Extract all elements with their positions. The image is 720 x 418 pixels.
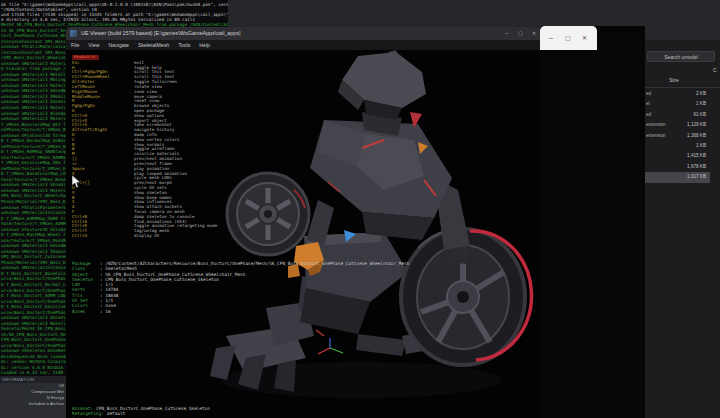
minimize-button[interactable]: –	[505, 30, 508, 37]
object-info-rows: Package : /NZN/Content/AZCharacters/Reso…	[72, 261, 409, 314]
archive-info-line: Included in Archive	[0, 401, 64, 407]
file-size: 2 KB	[696, 89, 706, 99]
object-info-value: : 16	[100, 309, 111, 314]
search-umodel-label: Search umodel	[664, 54, 698, 60]
header-divider	[645, 87, 720, 88]
clipped-corner-text: C	[713, 67, 717, 73]
help-key: Ctrl+U	[72, 234, 134, 239]
close-button[interactable]: ✕	[532, 30, 536, 37]
help-description: display UV	[134, 234, 159, 239]
maximize-button[interactable]: ▢	[518, 30, 523, 37]
file-row[interactable]: extension 1,129 KB	[645, 120, 710, 130]
anim-info-overlay: Animset: CPN_Boss_DoctorC_OnePhase_CutSc…	[72, 406, 210, 418]
help-items: Esc exit H toggle help Ctrl+PgUp/PgDn sc…	[72, 61, 217, 239]
viewer-titlebar[interactable]: UE Viewer (build 1579 based) [E:\games\W…	[66, 27, 541, 40]
file-size: 1 KB	[696, 141, 706, 151]
file-size: 1,368 KB	[687, 131, 706, 141]
app-icon	[70, 30, 77, 37]
3d-viewport[interactable]: Keyboard: Esc exit H toggle help Ctrl+Pg…	[66, 50, 541, 418]
screen: ak file "E:\games\WoGameApps\cail_apps\U…	[0, 0, 720, 418]
file-row[interactable]: ed 61 KB	[645, 110, 710, 120]
file-row[interactable]: et 1 KB	[645, 99, 710, 109]
close-icon[interactable]: ✕	[582, 33, 587, 43]
file-name: extension	[646, 131, 666, 141]
help-overlay: Keyboard: Esc exit H toggle help Ctrl+Pg…	[72, 55, 217, 239]
file-row[interactable]: ed 2 KB	[645, 89, 710, 99]
object-info-label: Bones	[72, 309, 100, 314]
search-umodel-button[interactable]: Search umodel	[647, 51, 715, 62]
file-name: extension	[646, 120, 666, 130]
file-size: 1 KB	[696, 99, 706, 109]
file-row[interactable]: 1,017 KB	[645, 172, 710, 182]
file-row[interactable]: 1,678 KB	[645, 162, 710, 172]
mouse-cursor-icon	[72, 175, 82, 189]
minimize-icon[interactable]: –	[549, 33, 553, 43]
window-title: UE Viewer (build 1579 based) [E:\games\W…	[81, 30, 241, 37]
object-info-value: : CPN_Boss_DoctorC_OnePhase_CutScene_Ske…	[100, 277, 219, 282]
background-window-titlebar: – ▢ ✕	[540, 26, 597, 50]
menu-item[interactable]: SkeletalMesh	[138, 42, 169, 48]
file-size: 1,678 KB	[687, 162, 706, 172]
console-white-lines: ak file "E:\games\WoGameApps\cail_apps\U…	[1, 2, 228, 22]
size-column-header[interactable]: Size	[645, 78, 703, 83]
maximize-icon[interactable]: ▢	[565, 33, 571, 43]
menu-item[interactable]: View	[88, 42, 99, 48]
file-name: ed	[646, 89, 651, 99]
package-browser-panel: — Search umodel C Size ed 2 KB et 1 KB e…	[645, 40, 720, 418]
file-row[interactable]: extension 1,368 KB	[645, 131, 710, 141]
file-row[interactable]: 1 KB	[645, 141, 710, 151]
object-info-value: : /NZN/Content/AZCharacters/Resource/Bos…	[100, 261, 409, 266]
background-window-body	[541, 26, 645, 418]
help-row: Ctrl+U display UV	[72, 234, 217, 239]
object-info-row: Bones : 16	[72, 309, 409, 314]
menu-items: FileViewNavigateSkeletalMeshToolsHelp	[71, 42, 210, 48]
menu-item[interactable]: File	[71, 42, 79, 48]
menu-bar: FileViewNavigateSkeletalMeshToolsHelp	[66, 40, 541, 50]
file-list: ed 2 KB et 1 KB ed 61 KB extension 1,129…	[645, 89, 710, 183]
file-size: 1,129 KB	[687, 120, 706, 130]
file-row[interactable]: 1,415 KB	[645, 151, 710, 161]
anim-info-rows: Animset: CPN_Boss_DoctorC_OnePhase_CutSc…	[72, 406, 210, 418]
file-name: ed	[646, 110, 651, 120]
file-size: 1,415 KB	[687, 151, 706, 161]
file-size: 61 KB	[693, 110, 706, 120]
file-name: et	[646, 99, 650, 109]
file-size: 1,017 KB	[687, 172, 706, 182]
object-info-overlay: Package : /NZN/Content/AZCharacters/Reso…	[72, 261, 409, 314]
menu-item[interactable]: Navigate	[109, 42, 129, 48]
menu-item[interactable]: Tools	[178, 42, 190, 48]
menu-item[interactable]: Help	[199, 42, 210, 48]
ue-viewer-window: UE Viewer (build 1579 based) [E:\games\W…	[66, 27, 541, 418]
